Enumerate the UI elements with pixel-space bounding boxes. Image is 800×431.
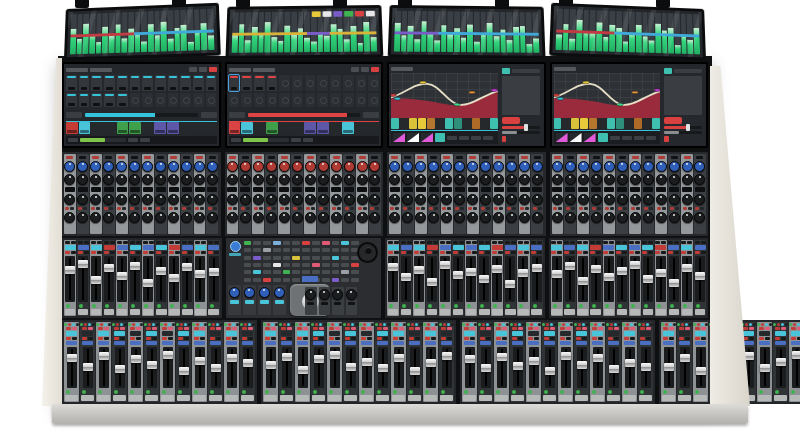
on-button[interactable]: [592, 304, 596, 308]
select-button[interactable]: [427, 241, 432, 244]
pan-knob[interactable]: [142, 194, 153, 205]
function-button[interactable]: [793, 323, 796, 326]
master-button[interactable]: [332, 270, 340, 274]
master-button[interactable]: [341, 278, 349, 282]
on-button[interactable]: [566, 304, 570, 308]
cut-button[interactable]: [377, 327, 382, 330]
on-button[interactable]: [605, 304, 609, 308]
cut-button[interactable]: [695, 251, 700, 254]
fader-handle[interactable]: [115, 365, 125, 373]
aux-knob[interactable]: [181, 174, 192, 185]
record-arm-button[interactable]: [409, 337, 414, 340]
fader-handle[interactable]: [609, 365, 619, 373]
aux-knob[interactable]: [493, 174, 504, 185]
function-button[interactable]: [558, 323, 561, 326]
eq-knob[interactable]: [103, 212, 114, 223]
fader-handle[interactable]: [695, 272, 705, 280]
master-button[interactable]: [322, 263, 330, 267]
channel-widget[interactable]: [168, 93, 179, 107]
channel-widget[interactable]: [356, 75, 367, 91]
cut-button[interactable]: [143, 251, 148, 254]
eq-node[interactable]: [582, 81, 588, 84]
strip-top-button[interactable]: [632, 156, 639, 159]
function-button[interactable]: [212, 323, 215, 326]
solo-button[interactable]: [630, 327, 635, 330]
monitor-button[interactable]: [348, 302, 355, 305]
record-arm-button[interactable]: [528, 337, 533, 340]
fader-track[interactable]: [143, 256, 153, 302]
function-button[interactable]: [606, 323, 609, 326]
master-button[interactable]: [283, 270, 291, 274]
select-button[interactable]: [622, 241, 627, 244]
pan-knob[interactable]: [467, 194, 478, 205]
select-button[interactable]: [401, 241, 406, 244]
master-button[interactable]: [332, 256, 340, 260]
master-button[interactable]: [263, 270, 271, 274]
assign-button[interactable]: [216, 337, 221, 340]
function-button[interactable]: [287, 323, 290, 326]
strip-top-button[interactable]: [371, 156, 378, 159]
eq-knob[interactable]: [643, 212, 654, 223]
pan-knob[interactable]: [279, 194, 290, 205]
band-button[interactable]: [515, 136, 520, 142]
function-button[interactable]: [335, 323, 338, 326]
aux-knob[interactable]: [694, 174, 705, 185]
fader-handle[interactable]: [67, 354, 77, 362]
function-button[interactable]: [76, 323, 79, 326]
select-button[interactable]: [136, 241, 141, 244]
cut-button[interactable]: [178, 327, 183, 330]
fader-track[interactable]: [169, 256, 179, 302]
assign-button[interactable]: [524, 251, 529, 254]
pan-knob[interactable]: [402, 194, 413, 205]
fader-track[interactable]: [227, 347, 237, 388]
solo-button[interactable]: [271, 327, 276, 330]
solo-button[interactable]: [765, 327, 770, 330]
solo-button[interactable]: [184, 327, 189, 330]
fader-track[interactable]: [561, 347, 571, 388]
function-button[interactable]: [482, 323, 485, 326]
gain-knob[interactable]: [480, 161, 491, 172]
function-button[interactable]: [526, 323, 529, 326]
gain-knob[interactable]: [682, 161, 693, 172]
thumbnail[interactable]: [571, 118, 579, 129]
function-button[interactable]: [84, 323, 87, 326]
aux-knob[interactable]: [279, 174, 290, 185]
assign-button[interactable]: [168, 337, 173, 340]
fader-handle[interactable]: [760, 364, 770, 372]
function-button[interactable]: [351, 323, 354, 326]
scribble-cell[interactable]: [91, 122, 103, 134]
scribble-cell[interactable]: [254, 122, 266, 134]
function-button[interactable]: [431, 323, 434, 326]
eq-knob[interactable]: [266, 212, 277, 223]
fader-handle[interactable]: [565, 262, 575, 270]
record-arm-button[interactable]: [162, 337, 167, 340]
cut-button[interactable]: [576, 327, 581, 330]
cut-button[interactable]: [440, 251, 445, 254]
aux-knob[interactable]: [90, 174, 101, 185]
thumbnail[interactable]: [643, 118, 651, 129]
aux-knob[interactable]: [292, 174, 303, 185]
function-button[interactable]: [391, 323, 394, 326]
bypass-button[interactable]: [664, 136, 669, 142]
assign-button[interactable]: [407, 251, 412, 254]
gain-knob[interactable]: [415, 161, 426, 172]
solo-button[interactable]: [646, 327, 651, 330]
fader-track[interactable]: [532, 256, 542, 302]
cut-button[interactable]: [393, 327, 398, 330]
channel-touchscreen[interactable]: [62, 62, 221, 148]
aux-knob[interactable]: [318, 174, 329, 185]
assign-button[interactable]: [200, 337, 205, 340]
assign-button[interactable]: [685, 337, 690, 340]
master-button[interactable]: [322, 256, 330, 260]
bottom-bar-button[interactable]: [68, 138, 78, 142]
master-button[interactable]: [244, 241, 252, 245]
select-button[interactable]: [681, 241, 686, 244]
assign-button[interactable]: [303, 337, 308, 340]
function-button[interactable]: [192, 323, 195, 326]
fader-track[interactable]: [479, 256, 489, 302]
function-button[interactable]: [263, 323, 266, 326]
function-button[interactable]: [275, 323, 278, 326]
cut-button[interactable]: [531, 251, 536, 254]
master-button[interactable]: [332, 248, 340, 252]
fader-handle[interactable]: [518, 269, 528, 277]
